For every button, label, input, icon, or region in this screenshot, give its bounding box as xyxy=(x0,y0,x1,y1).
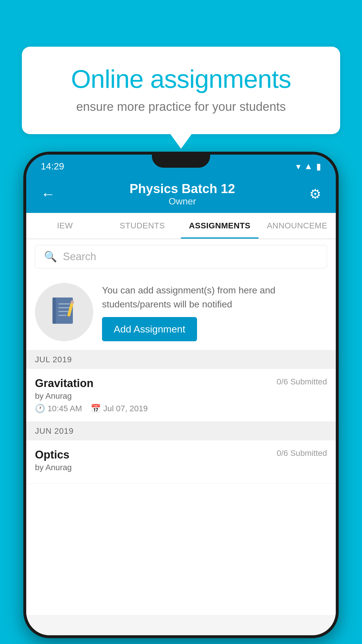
content-area: 🔍 Search xyxy=(26,239,336,615)
assignment-submitted-gravitation: 0/6 Submitted xyxy=(277,377,327,386)
assignment-date-item: 📅 Jul 07, 2019 xyxy=(91,404,148,413)
tabs-bar: IEW STUDENTS ASSIGNMENTS ANNOUNCEME xyxy=(26,213,336,239)
tab-students[interactable]: STUDENTS xyxy=(104,213,181,239)
phone-notch xyxy=(152,152,210,168)
status-time: 14:29 xyxy=(41,161,64,172)
phone-wrapper: 14:29 ▾ ▲ ▮ ← Physics Batch 12 Owner ⚙ xyxy=(23,152,339,638)
assignment-name-gravitation: Gravitation xyxy=(35,377,94,390)
tab-overview[interactable]: IEW xyxy=(26,213,104,239)
promo-section: You can add assignment(s) from here and … xyxy=(26,274,336,350)
speech-bubble: Online assignments ensure more practice … xyxy=(22,47,340,134)
assignment-item-gravitation[interactable]: Gravitation 0/6 Submitted by Anurag 🕐 10… xyxy=(26,369,336,422)
phone-screen: 14:29 ▾ ▲ ▮ ← Physics Batch 12 Owner ⚙ xyxy=(26,155,336,635)
tab-assignments[interactable]: ASSIGNMENTS xyxy=(181,213,259,239)
app-header: ← Physics Batch 12 Owner ⚙ xyxy=(26,175,336,213)
promo-description: You can add assignment(s) from here and … xyxy=(102,283,327,311)
svg-rect-5 xyxy=(58,315,66,316)
batch-title: Physics Batch 12 xyxy=(130,181,235,196)
search-container: 🔍 Search xyxy=(26,239,336,274)
phone-frame: 14:29 ▾ ▲ ▮ ← Physics Batch 12 Owner ⚙ xyxy=(23,152,339,638)
assignment-date: Jul 07, 2019 xyxy=(103,404,148,413)
assignment-row1: Gravitation 0/6 Submitted xyxy=(35,377,327,390)
assignment-item-optics[interactable]: Optics 0/6 Submitted by Anurag xyxy=(26,440,336,484)
search-bar[interactable]: 🔍 Search xyxy=(35,245,327,268)
section-header-jul: JUL 2019 xyxy=(26,350,336,369)
header-title-block: Physics Batch 12 Owner xyxy=(130,181,235,207)
speech-bubble-wrapper: Online assignments ensure more practice … xyxy=(22,47,340,134)
assignment-by-gravitation: by Anurag xyxy=(35,391,327,401)
assignment-meta-gravitation: 🕐 10:45 AM 📅 Jul 07, 2019 xyxy=(35,404,327,413)
search-placeholder: Search xyxy=(63,251,96,263)
assignment-by-optics: by Anurag xyxy=(35,463,327,472)
tab-announcements[interactable]: ANNOUNCEME xyxy=(259,213,336,239)
notebook-svg-icon xyxy=(50,296,79,328)
assignment-submitted-optics: 0/6 Submitted xyxy=(277,449,327,458)
assignment-time: 10:45 AM xyxy=(48,404,82,413)
assignment-row1-optics: Optics 0/6 Submitted xyxy=(35,449,327,461)
settings-icon[interactable]: ⚙ xyxy=(309,186,321,202)
svg-rect-1 xyxy=(52,298,56,324)
promo-content: You can add assignment(s) from here and … xyxy=(102,283,327,341)
battery-icon: ▮ xyxy=(316,161,321,172)
speech-bubble-title: Online assignments xyxy=(45,64,317,94)
add-assignment-button[interactable]: Add Assignment xyxy=(102,317,197,341)
calendar-icon: 📅 xyxy=(91,404,101,413)
signal-icon: ▲ xyxy=(304,161,313,171)
batch-subtitle: Owner xyxy=(130,196,235,207)
svg-rect-2 xyxy=(58,303,70,304)
svg-rect-3 xyxy=(58,307,70,308)
assignment-name-optics: Optics xyxy=(35,449,69,461)
section-header-jun: JUN 2019 xyxy=(26,422,336,440)
back-button[interactable]: ← xyxy=(41,186,55,202)
search-icon: 🔍 xyxy=(44,251,57,263)
clock-icon: 🕐 xyxy=(35,404,45,413)
wifi-icon: ▾ xyxy=(296,161,301,172)
status-icons: ▾ ▲ ▮ xyxy=(296,161,321,172)
speech-bubble-subtitle: ensure more practice for your students xyxy=(45,100,317,114)
assignment-time-item: 🕐 10:45 AM xyxy=(35,404,82,413)
promo-icon-circle xyxy=(35,283,93,341)
